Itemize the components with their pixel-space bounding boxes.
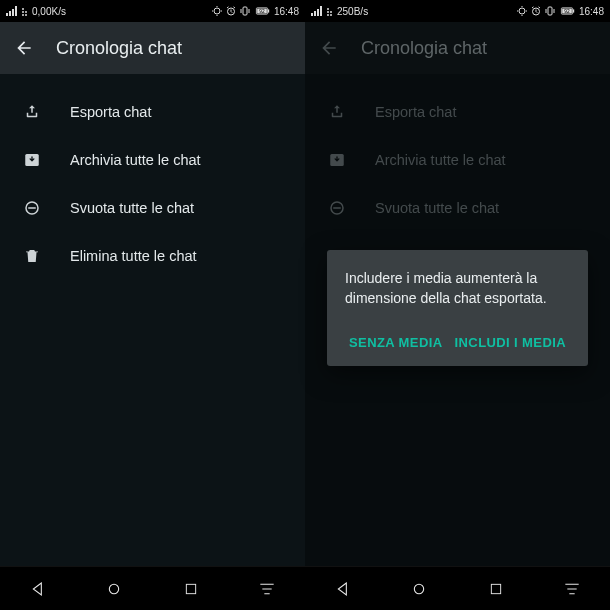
menu-delete-all[interactable]: Elimina tutte le chat [0,232,305,280]
menu-item-label: Elimina tutte le chat [70,248,197,264]
svg-rect-16 [186,584,195,593]
svg-rect-24 [548,7,552,15]
network-speed: 0,00K/s [32,6,66,17]
svg-point-5 [214,8,220,14]
navbar [0,566,305,610]
signal-dots-icon [327,6,333,16]
menu-clear-all[interactable]: Svuota tutte le chat [0,184,305,232]
signal-icon [6,6,18,16]
battery-icon: 92 [559,6,575,16]
page-title: Cronologia chat [361,38,487,59]
menu-item-label: Esporta chat [70,104,151,120]
eye-comfort-icon [517,6,527,16]
nav-back[interactable] [18,569,58,609]
menu-archive-all: Archivia tutte le chat [305,136,610,184]
svg-point-3 [25,11,27,13]
battery-icon: 92 [254,6,270,16]
svg-rect-14 [28,207,36,209]
menu-item-label: Esporta chat [375,104,456,120]
clock-time: 16:48 [579,6,604,17]
menu-clear-all: Svuota tutte le chat [305,184,610,232]
signal-icon [311,6,323,16]
statusbar: 250B/s 92 16:48 [305,0,610,22]
menu-export-chat[interactable]: Esporta chat [0,88,305,136]
svg-point-1 [22,11,24,13]
include-media-button[interactable]: INCLUDI I MEDIA [451,327,570,358]
svg-point-22 [519,8,525,14]
alarm-icon [226,6,236,16]
menu-item-label: Archivia tutte le chat [375,152,506,168]
vibrate-icon [240,6,250,16]
export-media-dialog: Includere i media aumenterà la dimension… [327,250,588,366]
svg-point-20 [330,11,332,13]
appbar: Cronologia chat [305,22,610,74]
svg-point-0 [22,14,24,16]
nav-home[interactable] [399,569,439,609]
nav-back[interactable] [323,569,363,609]
svg-point-21 [327,8,329,10]
back-icon[interactable] [14,38,34,58]
menu-archive-all[interactable]: Archivia tutte le chat [0,136,305,184]
svg-point-17 [327,14,329,16]
statusbar: 0,00K/s 92 16:48 [0,0,305,22]
nav-menu[interactable] [552,569,592,609]
svg-point-18 [327,11,329,13]
archive-icon [22,150,42,170]
vibrate-icon [545,6,555,16]
export-icon [22,102,42,122]
content: Esporta chat Archivia tutte le chat Svuo… [0,74,305,566]
network-speed: 250B/s [337,6,368,17]
nav-recent[interactable] [171,569,211,609]
alarm-icon [531,6,541,16]
svg-point-2 [25,14,27,16]
nav-home[interactable] [94,569,134,609]
nav-recent[interactable] [476,569,516,609]
svg-text:92: 92 [259,9,265,14]
svg-rect-33 [491,584,500,593]
clear-icon [22,198,42,218]
svg-point-32 [415,584,424,593]
svg-point-4 [22,8,24,10]
page-title: Cronologia chat [56,38,182,59]
svg-rect-31 [333,207,341,209]
without-media-button[interactable]: SENZA MEDIA [345,327,446,358]
svg-rect-26 [573,9,574,12]
clear-icon [327,198,347,218]
appbar: Cronologia chat [0,22,305,74]
menu-export-chat: Esporta chat [305,88,610,136]
menu-item-label: Archivia tutte le chat [70,152,201,168]
svg-point-15 [110,584,119,593]
clock-time: 16:48 [274,6,299,17]
delete-icon [22,246,42,266]
phone-left: 0,00K/s 92 16:48 Cronologia chat Esporta… [0,0,305,610]
back-icon[interactable] [319,38,339,58]
archive-icon [327,150,347,170]
menu-item-label: Svuota tutte le chat [70,200,194,216]
phone-right: 250B/s 92 16:48 Cronologia chat Esporta … [305,0,610,610]
svg-rect-9 [268,9,269,12]
export-icon [327,102,347,122]
menu-item-label: Svuota tutte le chat [375,200,499,216]
nav-menu[interactable] [247,569,287,609]
svg-rect-7 [243,7,247,15]
navbar [305,566,610,610]
eye-comfort-icon [212,6,222,16]
svg-text:92: 92 [564,9,570,14]
svg-point-19 [330,14,332,16]
signal-dots-icon [22,6,28,16]
dialog-message: Includere i media aumenterà la dimension… [345,268,570,309]
